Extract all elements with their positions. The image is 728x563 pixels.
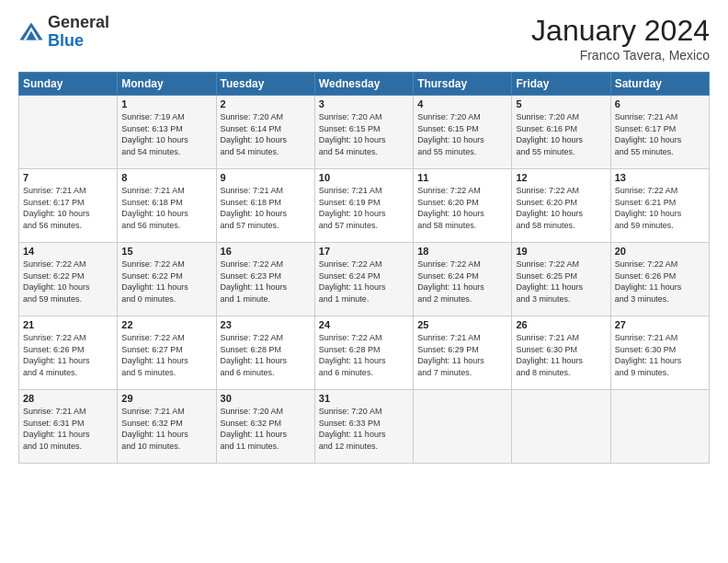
- day-info: Sunrise: 7:21 AM Sunset: 6:17 PM Dayligh…: [615, 111, 705, 157]
- day-number: 8: [121, 172, 211, 183]
- day-info: Sunrise: 7:21 AM Sunset: 6:31 PM Dayligh…: [23, 406, 113, 452]
- calendar-cell: 17Sunrise: 7:22 AM Sunset: 6:24 PM Dayli…: [314, 243, 413, 316]
- calendar-cell: 14Sunrise: 7:22 AM Sunset: 6:22 PM Dayli…: [19, 243, 118, 316]
- calendar-week-row: 1Sunrise: 7:19 AM Sunset: 6:13 PM Daylig…: [19, 96, 710, 169]
- day-info: Sunrise: 7:21 AM Sunset: 6:18 PM Dayligh…: [121, 185, 211, 231]
- day-info: Sunrise: 7:22 AM Sunset: 6:25 PM Dayligh…: [516, 259, 606, 304]
- day-info: Sunrise: 7:22 AM Sunset: 6:24 PM Dayligh…: [417, 259, 507, 304]
- logo-general: General: [48, 13, 109, 31]
- calendar-cell: 12Sunrise: 7:22 AM Sunset: 6:20 PM Dayli…: [512, 169, 610, 243]
- day-info: Sunrise: 7:21 AM Sunset: 6:29 PM Dayligh…: [417, 332, 507, 378]
- day-number: 11: [417, 172, 507, 183]
- day-number: 15: [121, 246, 211, 257]
- day-info: Sunrise: 7:22 AM Sunset: 6:26 PM Dayligh…: [23, 332, 113, 378]
- day-number: 22: [121, 319, 211, 330]
- day-number: 28: [23, 393, 113, 404]
- calendar-week-row: 7Sunrise: 7:21 AM Sunset: 6:17 PM Daylig…: [19, 169, 710, 243]
- logo-icon: [18, 19, 44, 45]
- logo-text: General Blue: [48, 14, 109, 51]
- col-wednesday: Wednesday: [314, 73, 413, 96]
- calendar-cell: 16Sunrise: 7:22 AM Sunset: 6:23 PM Dayli…: [216, 243, 314, 316]
- calendar-cell: [610, 390, 709, 464]
- day-info: Sunrise: 7:20 AM Sunset: 6:14 PM Dayligh…: [221, 111, 311, 157]
- calendar-cell: [512, 390, 610, 464]
- day-number: 21: [23, 319, 113, 330]
- day-number: 4: [417, 98, 507, 109]
- day-info: Sunrise: 7:22 AM Sunset: 6:21 PM Dayligh…: [615, 185, 705, 231]
- calendar-cell: 28Sunrise: 7:21 AM Sunset: 6:31 PM Dayli…: [19, 390, 118, 464]
- day-number: 29: [121, 393, 211, 404]
- day-info: Sunrise: 7:21 AM Sunset: 6:30 PM Dayligh…: [516, 332, 606, 378]
- day-info: Sunrise: 7:22 AM Sunset: 6:22 PM Dayligh…: [23, 259, 113, 304]
- day-number: 19: [516, 246, 606, 257]
- day-number: 12: [516, 172, 606, 183]
- location-title: Franco Tavera, Mexico: [531, 48, 710, 63]
- logo-blue: Blue: [48, 31, 84, 50]
- page: General Blue January 2024 Franco Tavera,…: [0, 0, 728, 563]
- day-number: 20: [615, 246, 705, 257]
- day-number: 23: [221, 319, 311, 330]
- day-number: 5: [516, 98, 606, 109]
- day-info: Sunrise: 7:22 AM Sunset: 6:23 PM Dayligh…: [221, 259, 311, 304]
- day-number: 16: [221, 246, 311, 257]
- col-tuesday: Tuesday: [216, 73, 314, 96]
- day-info: Sunrise: 7:20 AM Sunset: 6:33 PM Dayligh…: [319, 406, 409, 452]
- calendar-cell: 24Sunrise: 7:22 AM Sunset: 6:28 PM Dayli…: [314, 316, 413, 390]
- calendar-table: Sunday Monday Tuesday Wednesday Thursday…: [18, 72, 710, 464]
- calendar-week-row: 14Sunrise: 7:22 AM Sunset: 6:22 PM Dayli…: [19, 243, 710, 316]
- calendar-cell: 20Sunrise: 7:22 AM Sunset: 6:26 PM Dayli…: [610, 243, 709, 316]
- col-friday: Friday: [512, 73, 610, 96]
- calendar-cell: 27Sunrise: 7:21 AM Sunset: 6:30 PM Dayli…: [610, 316, 709, 390]
- calendar-cell: 22Sunrise: 7:22 AM Sunset: 6:27 PM Dayli…: [118, 316, 216, 390]
- calendar-cell: [414, 390, 512, 464]
- day-number: 24: [319, 319, 409, 330]
- day-number: 25: [417, 319, 507, 330]
- calendar-cell: 30Sunrise: 7:20 AM Sunset: 6:32 PM Dayli…: [216, 390, 314, 464]
- header: General Blue January 2024 Franco Tavera,…: [18, 14, 710, 63]
- calendar-cell: 25Sunrise: 7:21 AM Sunset: 6:29 PM Dayli…: [414, 316, 512, 390]
- calendar-cell: 4Sunrise: 7:20 AM Sunset: 6:15 PM Daylig…: [414, 96, 512, 169]
- calendar-cell: 6Sunrise: 7:21 AM Sunset: 6:17 PM Daylig…: [610, 96, 709, 169]
- day-info: Sunrise: 7:21 AM Sunset: 6:32 PM Dayligh…: [121, 406, 211, 452]
- day-info: Sunrise: 7:20 AM Sunset: 6:15 PM Dayligh…: [319, 111, 409, 157]
- calendar-week-row: 28Sunrise: 7:21 AM Sunset: 6:31 PM Dayli…: [19, 390, 710, 464]
- day-info: Sunrise: 7:19 AM Sunset: 6:13 PM Dayligh…: [121, 111, 211, 157]
- calendar-cell: 1Sunrise: 7:19 AM Sunset: 6:13 PM Daylig…: [118, 96, 216, 169]
- calendar-cell: 7Sunrise: 7:21 AM Sunset: 6:17 PM Daylig…: [19, 169, 118, 243]
- day-number: 1: [121, 98, 211, 109]
- day-info: Sunrise: 7:21 AM Sunset: 6:18 PM Dayligh…: [221, 185, 311, 231]
- calendar-cell: 3Sunrise: 7:20 AM Sunset: 6:15 PM Daylig…: [314, 96, 413, 169]
- day-number: 9: [221, 172, 311, 183]
- day-info: Sunrise: 7:20 AM Sunset: 6:16 PM Dayligh…: [516, 111, 606, 157]
- calendar-cell: 2Sunrise: 7:20 AM Sunset: 6:14 PM Daylig…: [216, 96, 314, 169]
- calendar-cell: 11Sunrise: 7:22 AM Sunset: 6:20 PM Dayli…: [414, 169, 512, 243]
- calendar-cell: [19, 96, 118, 169]
- calendar-cell: 29Sunrise: 7:21 AM Sunset: 6:32 PM Dayli…: [118, 390, 216, 464]
- logo: General Blue: [18, 14, 109, 51]
- day-info: Sunrise: 7:21 AM Sunset: 6:19 PM Dayligh…: [319, 185, 409, 231]
- calendar-cell: 15Sunrise: 7:22 AM Sunset: 6:22 PM Dayli…: [118, 243, 216, 316]
- calendar-cell: 19Sunrise: 7:22 AM Sunset: 6:25 PM Dayli…: [512, 243, 610, 316]
- day-info: Sunrise: 7:20 AM Sunset: 6:32 PM Dayligh…: [221, 406, 311, 452]
- day-info: Sunrise: 7:22 AM Sunset: 6:20 PM Dayligh…: [516, 185, 606, 231]
- day-number: 2: [221, 98, 311, 109]
- day-info: Sunrise: 7:20 AM Sunset: 6:15 PM Dayligh…: [417, 111, 507, 157]
- day-number: 18: [417, 246, 507, 257]
- calendar-cell: 26Sunrise: 7:21 AM Sunset: 6:30 PM Dayli…: [512, 316, 610, 390]
- month-title: January 2024: [531, 14, 710, 48]
- day-number: 27: [615, 319, 705, 330]
- day-number: 3: [319, 98, 409, 109]
- header-row: Sunday Monday Tuesday Wednesday Thursday…: [19, 73, 710, 96]
- day-info: Sunrise: 7:21 AM Sunset: 6:17 PM Dayligh…: [23, 185, 113, 231]
- calendar-cell: 8Sunrise: 7:21 AM Sunset: 6:18 PM Daylig…: [118, 169, 216, 243]
- col-saturday: Saturday: [610, 73, 709, 96]
- day-number: 17: [319, 246, 409, 257]
- calendar-cell: 9Sunrise: 7:21 AM Sunset: 6:18 PM Daylig…: [216, 169, 314, 243]
- day-info: Sunrise: 7:22 AM Sunset: 6:27 PM Dayligh…: [121, 332, 211, 378]
- day-number: 6: [615, 98, 705, 109]
- calendar-cell: 21Sunrise: 7:22 AM Sunset: 6:26 PM Dayli…: [19, 316, 118, 390]
- day-info: Sunrise: 7:22 AM Sunset: 6:28 PM Dayligh…: [319, 332, 409, 378]
- day-number: 31: [319, 393, 409, 404]
- day-info: Sunrise: 7:21 AM Sunset: 6:30 PM Dayligh…: [615, 332, 705, 378]
- day-number: 7: [23, 172, 113, 183]
